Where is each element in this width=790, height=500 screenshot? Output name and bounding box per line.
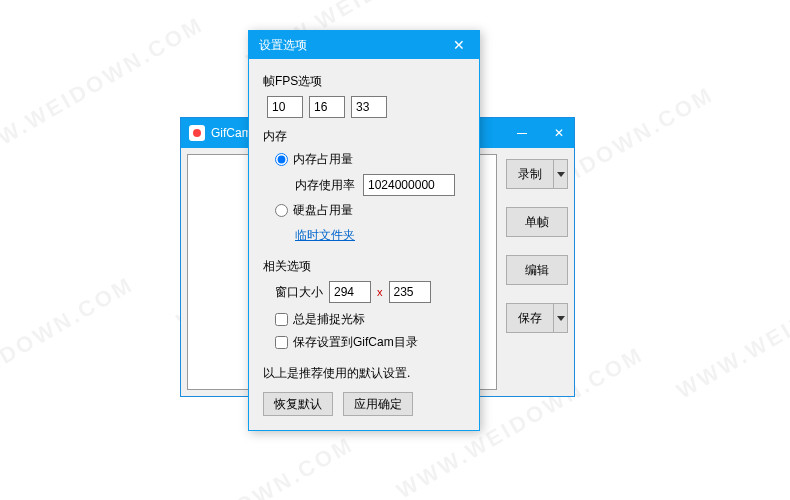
apply-ok-button[interactable]: 应用确定 [343, 392, 413, 416]
restore-defaults-button[interactable]: 恢复默认 [263, 392, 333, 416]
fps-input-3[interactable] [351, 96, 387, 118]
minimize-button[interactable] [499, 118, 544, 148]
disk-usage-radio[interactable] [275, 204, 288, 217]
frame-button[interactable]: 单帧 [506, 207, 568, 237]
edit-label: 编辑 [525, 262, 549, 279]
gifcam-sidebar: 录制 单帧 编辑 保存 [506, 159, 568, 351]
record-dropdown[interactable] [553, 160, 567, 188]
chevron-down-icon [557, 172, 565, 177]
save-button[interactable]: 保存 [506, 303, 568, 333]
edit-button[interactable]: 编辑 [506, 255, 568, 285]
settings-titlebar[interactable]: 设置选项 ✕ [249, 31, 479, 59]
x-separator: x [377, 286, 383, 298]
capture-cursor-label: 总是捕捉光标 [293, 311, 365, 328]
window-size-label: 窗口大小 [275, 284, 323, 301]
record-button[interactable]: 录制 [506, 159, 568, 189]
save-dir-checkbox[interactable] [275, 336, 288, 349]
save-dir-row[interactable]: 保存设置到GifCam目录 [275, 334, 465, 351]
chevron-down-icon [557, 316, 565, 321]
save-dir-label: 保存设置到GifCam目录 [293, 334, 418, 351]
settings-close-button[interactable]: ✕ [439, 31, 479, 59]
temp-folder-link[interactable]: 临时文件夹 [295, 227, 355, 244]
gifcam-title: GifCam [211, 126, 252, 140]
height-input[interactable] [389, 281, 431, 303]
memory-section-label: 内存 [263, 128, 465, 145]
close-button[interactable]: ✕ [544, 118, 574, 148]
disk-radio-row[interactable]: 硬盘占用量 [275, 202, 465, 219]
memory-usage-input[interactable] [363, 174, 455, 196]
fps-input-2[interactable] [309, 96, 345, 118]
save-dropdown[interactable] [553, 304, 567, 332]
frame-label: 单帧 [525, 214, 549, 231]
settings-title: 设置选项 [259, 37, 307, 54]
width-input[interactable] [329, 281, 371, 303]
related-section-label: 相关选项 [263, 258, 465, 275]
save-label: 保存 [518, 310, 542, 327]
fps-section-label: 帧FPS选项 [263, 73, 465, 90]
footer-note: 以上是推荐使用的默认设置. [263, 365, 465, 382]
memory-usage-radio[interactable] [275, 153, 288, 166]
settings-dialog: 设置选项 ✕ 帧FPS选项 内存 内存占用量 内存使用率 硬盘占用量 临时文件夹 [248, 30, 480, 431]
disk-usage-label: 硬盘占用量 [293, 202, 353, 219]
usage-rate-label: 内存使用率 [295, 177, 355, 194]
memory-usage-label: 内存占用量 [293, 151, 353, 168]
fps-input-1[interactable] [267, 96, 303, 118]
capture-cursor-row[interactable]: 总是捕捉光标 [275, 311, 465, 328]
app-icon [189, 125, 205, 141]
capture-cursor-checkbox[interactable] [275, 313, 288, 326]
record-label: 录制 [518, 166, 542, 183]
memory-radio-row[interactable]: 内存占用量 [275, 151, 465, 168]
